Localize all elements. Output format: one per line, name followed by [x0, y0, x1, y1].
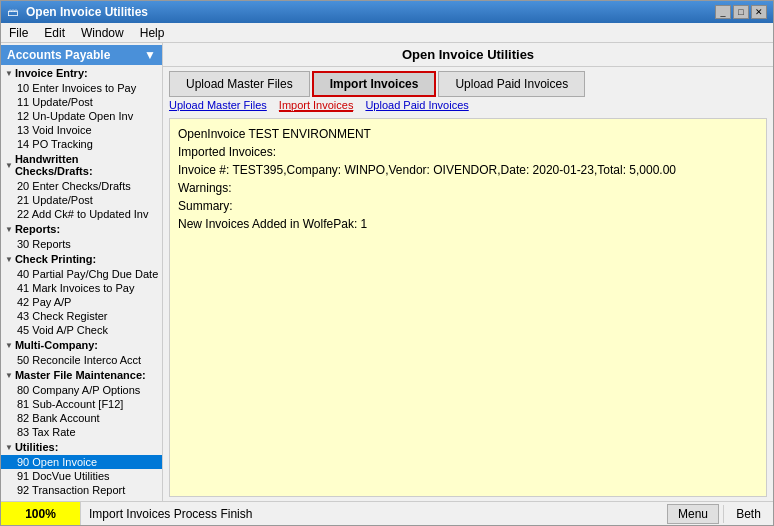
content-area: Accounts Payable ▼ ▼ Invoice Entry: 10 E… — [1, 43, 773, 501]
sidebar-section-check-printing: ▼ Check Printing: — [1, 251, 162, 267]
sidebar-item-13[interactable]: 13 Void Invoice — [1, 123, 162, 137]
title-bar: 🗃 Open Invoice Utilities _ □ ✕ — [1, 1, 773, 23]
content-panel: OpenInvoice TEST ENVIRONMENT Imported In… — [169, 118, 767, 497]
sidebar-item-81[interactable]: 81 Sub-Account [F12] — [1, 397, 162, 411]
content-line4: Warnings: — [178, 181, 758, 195]
menu-file[interactable]: File — [5, 25, 32, 41]
main-window: 🗃 Open Invoice Utilities _ □ ✕ File Edit… — [0, 0, 774, 526]
menu-bar: File Edit Window Help — [1, 23, 773, 43]
menu-help[interactable]: Help — [136, 25, 169, 41]
collapse-icon-master-file[interactable]: ▼ — [5, 371, 13, 380]
main-title: Open Invoice Utilities — [163, 43, 773, 67]
main-panel: Open Invoice Utilities Upload Master Fil… — [163, 43, 773, 501]
menu-button[interactable]: Menu — [667, 504, 719, 524]
sidebar-item-45[interactable]: 45 Void A/P Check — [1, 323, 162, 337]
status-message: Import Invoices Process Finish — [81, 505, 667, 523]
collapse-icon-checks[interactable]: ▼ — [5, 161, 13, 170]
sidebar: Accounts Payable ▼ ▼ Invoice Entry: 10 E… — [1, 43, 163, 501]
window-title: Open Invoice Utilities — [26, 5, 148, 19]
sidebar-dropdown-icon[interactable]: ▼ — [144, 48, 156, 62]
collapse-icon-multi-company[interactable]: ▼ — [5, 341, 13, 350]
content-line6: New Invoices Added in WolfePak: 1 — [178, 217, 758, 231]
sidebar-item-41[interactable]: 41 Mark Invoices to Pay — [1, 281, 162, 295]
content-line5: Summary: — [178, 199, 758, 213]
content-line2: Imported Invoices: — [178, 145, 758, 159]
sidebar-section-checks: ▼ Handwritten Checks/Drafts: — [1, 151, 162, 179]
menu-edit[interactable]: Edit — [40, 25, 69, 41]
content-line3: Invoice #: TEST395,Company: WINPO,Vendor… — [178, 163, 758, 177]
collapse-icon-utilities[interactable]: ▼ — [5, 443, 13, 452]
sidebar-item-91[interactable]: 91 DocVue Utilities — [1, 469, 162, 483]
collapse-icon[interactable]: ▼ — [5, 69, 13, 78]
sidebar-item-12[interactable]: 12 Un-Update Open Inv — [1, 109, 162, 123]
window-controls: _ □ ✕ — [715, 5, 767, 19]
sidebar-item-90[interactable]: 90 Open Invoice — [1, 455, 162, 469]
content-line1: OpenInvoice TEST ENVIRONMENT — [178, 127, 758, 141]
sidebar-section-utilities: ▼ Utilities: — [1, 439, 162, 455]
tabs-area: Upload Master Files Import Invoices Uplo… — [163, 67, 773, 97]
sidebar-item-20[interactable]: 20 Enter Checks/Drafts — [1, 179, 162, 193]
sidebar-item-42[interactable]: 42 Pay A/P — [1, 295, 162, 309]
sidebar-item-43[interactable]: 43 Check Register — [1, 309, 162, 323]
user-name: Beth — [723, 505, 773, 523]
tab-link-upload-master[interactable]: Upload Master Files — [169, 99, 267, 112]
app-icon: 🗃 — [7, 6, 18, 18]
tab-upload-master[interactable]: Upload Master Files — [169, 71, 310, 97]
close-button[interactable]: ✕ — [751, 5, 767, 19]
tab-links: Upload Master Files Import Invoices Uplo… — [163, 97, 773, 114]
sidebar-item-21[interactable]: 21 Update/Post — [1, 193, 162, 207]
sidebar-item-80[interactable]: 80 Company A/P Options — [1, 383, 162, 397]
sidebar-section-multi-company: ▼ Multi-Company: — [1, 337, 162, 353]
sidebar-header: Accounts Payable ▼ — [1, 45, 162, 65]
sidebar-item-82[interactable]: 82 Bank Account — [1, 411, 162, 425]
menu-window[interactable]: Window — [77, 25, 128, 41]
sidebar-title: Accounts Payable — [7, 48, 110, 62]
tab-import-invoices[interactable]: Import Invoices — [312, 71, 437, 97]
collapse-icon-reports[interactable]: ▼ — [5, 225, 13, 234]
sidebar-section-invoice-entry: ▼ Invoice Entry: — [1, 65, 162, 81]
tab-upload-paid[interactable]: Upload Paid Invoices — [438, 71, 585, 97]
status-bar: 100% Import Invoices Process Finish Menu… — [1, 501, 773, 525]
sidebar-item-14[interactable]: 14 PO Tracking — [1, 137, 162, 151]
sidebar-item-83[interactable]: 83 Tax Rate — [1, 425, 162, 439]
minimize-button[interactable]: _ — [715, 5, 731, 19]
sidebar-item-30[interactable]: 30 Reports — [1, 237, 162, 251]
tab-link-import-invoices[interactable]: Import Invoices — [279, 99, 354, 112]
tab-link-upload-paid[interactable]: Upload Paid Invoices — [365, 99, 468, 112]
sidebar-item-11[interactable]: 11 Update/Post — [1, 95, 162, 109]
sidebar-item-22[interactable]: 22 Add Ck# to Updated Inv — [1, 207, 162, 221]
sidebar-item-92[interactable]: 92 Transaction Report — [1, 483, 162, 497]
collapse-icon-check-printing[interactable]: ▼ — [5, 255, 13, 264]
sidebar-item-50[interactable]: 50 Reconcile Interco Acct — [1, 353, 162, 367]
sidebar-item-10[interactable]: 10 Enter Invoices to Pay — [1, 81, 162, 95]
sidebar-section-master-file: ▼ Master File Maintenance: — [1, 367, 162, 383]
sidebar-section-reports: ▼ Reports: — [1, 221, 162, 237]
sidebar-item-40[interactable]: 40 Partial Pay/Chg Due Date — [1, 267, 162, 281]
progress-indicator: 100% — [1, 502, 81, 525]
restore-button[interactable]: □ — [733, 5, 749, 19]
title-bar-left: 🗃 Open Invoice Utilities — [7, 5, 148, 19]
